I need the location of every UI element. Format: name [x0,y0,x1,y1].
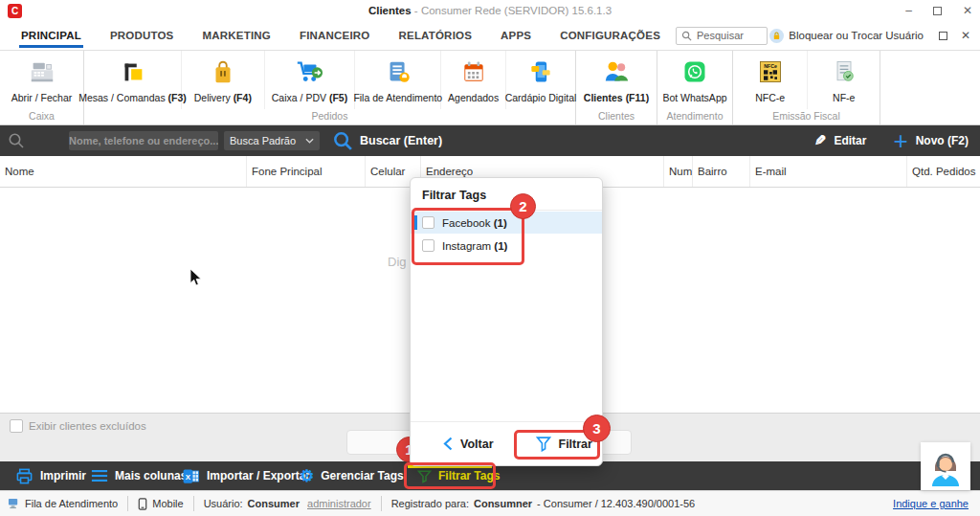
show-deleted-label: Exibir clientes excluídos [29,420,146,432]
ribbon-item-bot-whatsapp[interactable]: Bot WhatsApp [657,51,732,109]
chevron-down-icon [305,138,314,144]
ribbon-item-mesas-comandas[interactable]: Mesas / Comandas (F3) [84,51,182,109]
edit-button[interactable]: ✎ Editar [814,132,867,149]
column-header-nome[interactable]: Nome [0,156,247,187]
ribbon-item-nfce[interactable]: NFCe NFC-e [733,51,808,109]
manage-tags-label: Gerenciar Tags [321,469,403,482]
ribbon-item-agendados[interactable]: Agendados [441,51,506,109]
import-export-label: Importar / Exportar [207,469,310,482]
column-header-num[interactable]: Num. [664,156,693,187]
tab-relatorios[interactable]: RELATÓRIOS [397,24,475,48]
ribbon-item-fila-atendimento[interactable]: Fila de Atendimento [355,51,441,109]
show-deleted-checkbox[interactable] [10,419,23,433]
ribbon-group-clientes: Clientes [576,109,657,124]
nfce-qr-icon: NFCe [757,56,784,87]
status-registered-name: Consumner [474,498,532,509]
chevron-left-icon [443,437,453,451]
status-user-role[interactable]: administrador [307,498,371,509]
close-icon[interactable]: ✕ [963,4,972,17]
print-button[interactable]: Imprimir [15,461,86,490]
ribbon-item-clientes[interactable]: Clientes (F11) [576,51,657,109]
menu-search-placeholder: Pesquisar [697,30,744,41]
ribbon-item-delivery[interactable]: Delivery (F4) [182,51,265,109]
ribbon-item-nfe[interactable]: NF-e [808,51,880,109]
search-icon [681,31,692,41]
ribbon-item-cardapio-digital[interactable]: Cardápio Digital [506,51,575,109]
back-button[interactable]: Voltar [443,437,494,451]
import-export-button[interactable]: X Importar / Exportar [182,461,310,490]
ribbon-group-atendimento: Atendimento [657,109,732,124]
tab-configuracoes[interactable]: CONFIGURAÇÕES [558,24,662,48]
support-agent-avatar [926,446,965,486]
ribbon-group-pedidos: Pedidos [84,109,575,124]
manage-tags-button[interactable]: ⚙ Gerenciar Tags [300,461,404,490]
print-label: Imprimir [40,469,86,482]
edit-button-label: Editar [834,134,866,147]
tab-principal[interactable]: PRINCIPAL [19,24,83,48]
ribbon: Abrir / Fechar Caixa Mesas / Comandas (F… [0,50,980,125]
annotation-step-2: 2 [510,193,536,219]
status-mobile[interactable]: Mobile [128,496,193,511]
restore-window-icon[interactable] [939,32,947,40]
ribbon-group-caixa: Caixa [0,109,83,124]
search-button[interactable]: Buscar (Enter) [333,131,442,151]
ribbon-item-caixa-pdv[interactable]: Caixa / PDV (F5) [265,51,356,109]
search-icon [333,131,353,151]
column-header-qtd-pedidos[interactable]: Qtd. Pedidos [907,156,980,187]
app-window: C Clientes - Consumer Rede (SERVIDOR) 15… [0,0,980,516]
status-registered: Registrado para: Consumner - Consumer / … [382,496,705,511]
tab-financeiro[interactable]: FINANCEIRO [298,24,372,48]
nfe-document-icon [831,56,858,87]
client-search-input[interactable] [69,131,218,150]
tab-marketing[interactable]: MARKETING [201,24,273,48]
new-button-label: Novo (F2) [916,134,969,147]
search-mode-value: Busca Padrão [230,135,296,146]
status-queue[interactable]: Fila de Atendimento [0,496,128,511]
client-search-bar: Busca Padrão Buscar (Enter) ✎ Editar + N… [0,125,980,156]
search-button-label: Buscar (Enter) [360,134,442,147]
popup-title: Filtrar Tags [411,178,602,210]
calendar-icon [460,56,487,87]
status-user-label: Usuário: [204,498,243,509]
svg-text:NFCe: NFCe [764,63,777,69]
digital-menu-phone-icon [527,56,554,87]
referral-link[interactable]: Indique e ganhe [893,498,969,509]
rows-icon [91,468,108,483]
more-columns-label: Mais colunas [115,469,187,482]
tab-apps[interactable]: APPS [499,24,533,48]
pencil-icon: ✎ [814,132,827,149]
window-title-rest: - Consumer Rede (SERVIDOR) 15.6.1.3 [412,5,612,16]
window-title: Clientes - Consumer Rede (SERVIDOR) 15.6… [0,5,980,16]
minimize-icon[interactable]: – [905,4,912,17]
menu-bar: PRINCIPAL PRODUTOS MARKETING FINANCEIRO … [0,21,980,50]
show-deleted-clients-option[interactable]: Exibir clientes excluídos [10,419,146,433]
plus-icon: + [893,131,907,150]
empty-table-hint: Dig [388,255,407,269]
more-columns-button[interactable]: Mais colunas [91,461,187,490]
status-registered-rest: - Consumer / 12.403.490/0001-56 [537,498,695,509]
gear-icon: ⚙ [300,468,314,484]
column-header-email[interactable]: E-mail [750,156,907,187]
lock-user-button[interactable]: Bloquear ou Trocar Usuário [769,29,924,43]
ribbon-item-abrir-fechar[interactable]: Abrir / Fechar [0,51,83,109]
svg-text:X: X [186,472,191,481]
tab-produtos[interactable]: PRODUTOS [108,24,176,48]
mdi-close-icon[interactable]: ✕ [961,29,970,42]
menu-search-box[interactable]: Pesquisar [676,27,768,45]
search-mode-dropdown[interactable]: Busca Padrão [224,131,320,150]
status-user: Usuário: Consumer administrador [194,496,382,511]
support-avatar-card[interactable] [921,442,970,490]
lock-user-label: Bloquear ou Trocar Usuário [789,30,924,41]
column-header-bairro[interactable]: Bairro [693,156,750,187]
mouse-cursor [189,268,203,287]
status-mobile-label: Mobile [152,498,183,509]
status-registered-label: Registrado para: [391,498,469,509]
new-client-button[interactable]: + Novo (F2) [893,131,969,150]
ribbon-group-emissao-fiscal: Emissão Fiscal [733,109,880,124]
status-user-name: Consumer [248,498,300,509]
column-header-fone-principal[interactable]: Fone Principal [247,156,366,187]
cart-icon [294,56,324,87]
whatsapp-icon [681,56,708,87]
maximize-icon[interactable] [933,7,942,15]
mobile-icon [138,498,147,510]
